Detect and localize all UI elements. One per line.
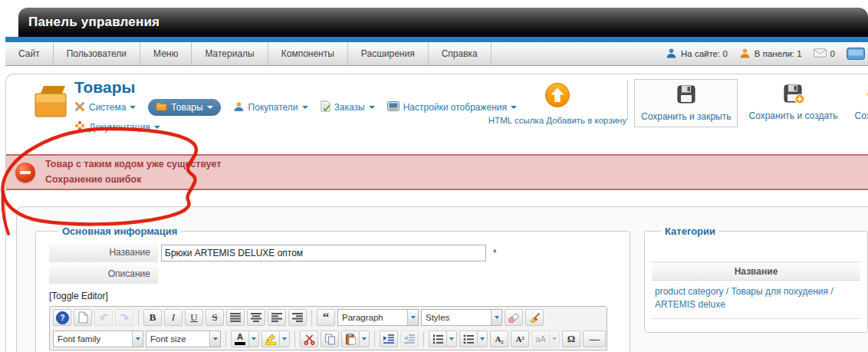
outdent-icon[interactable] xyxy=(400,331,419,347)
blockquote-button[interactable]: “ xyxy=(317,309,335,326)
chevron-down-icon[interactable] xyxy=(447,331,457,347)
save-buttons: Сохранить и закрыть Сохранить и создать xyxy=(634,79,868,127)
product-name-input[interactable] xyxy=(161,245,486,262)
status-messages[interactable]: 0 xyxy=(814,48,835,59)
align-left-icon[interactable] xyxy=(268,309,286,326)
toolbar-separator xyxy=(423,331,424,347)
chevron-down-icon[interactable] xyxy=(280,331,290,347)
menu-documentation[interactable]: Документация xyxy=(74,120,160,133)
save-button[interactable]: Сохранить xyxy=(849,79,868,126)
main-info-legend: Основная информация xyxy=(58,225,181,237)
statusbar: На сайте: 0 В панели: 1 0 xyxy=(666,42,868,65)
align-center-icon[interactable] xyxy=(247,309,265,326)
menu-content[interactable]: Материалы xyxy=(192,42,268,65)
chevron-down-icon[interactable] xyxy=(550,331,560,347)
toggle-editor-link[interactable]: [Toggle Editor] xyxy=(49,291,620,301)
menu-site[interactable]: Сайт xyxy=(5,42,54,65)
display-icon xyxy=(387,101,399,113)
case-change-button[interactable]: aA xyxy=(531,331,550,347)
editor-toolbar-row2: Font family Font size A xyxy=(50,328,607,350)
folder-icon xyxy=(156,101,167,113)
subscript-button[interactable]: A₂ xyxy=(490,331,508,347)
chevron-down-icon[interactable] xyxy=(478,331,488,347)
categories-column-header: Название xyxy=(652,262,860,281)
toolbar-separator xyxy=(374,331,375,347)
chevron-down-icon[interactable] xyxy=(249,331,259,347)
undo-icon[interactable] xyxy=(94,309,113,326)
wrench-icon xyxy=(74,101,85,114)
eraser-icon[interactable] xyxy=(505,309,523,326)
copy-icon[interactable] xyxy=(321,331,339,347)
view-header: Товары Система Товары Покупатели xyxy=(6,74,868,154)
help-icon[interactable]: ? xyxy=(53,309,71,326)
error-minus-icon xyxy=(15,163,35,183)
title-block: Товары Система Товары Покупатели xyxy=(74,78,517,133)
status-on-site: На сайте: 0 xyxy=(666,48,728,61)
user-icon xyxy=(233,101,245,114)
error-line-2: Сохранение ошибок xyxy=(45,173,222,187)
align-justify-icon[interactable] xyxy=(226,309,245,326)
align-right-icon[interactable] xyxy=(288,309,307,326)
special-char-button[interactable]: Ω xyxy=(562,331,580,347)
bold-button[interactable]: B xyxy=(143,309,162,326)
font-family-select[interactable]: Font family xyxy=(53,331,143,347)
superscript-button[interactable]: A² xyxy=(511,331,529,347)
indent-icon[interactable] xyxy=(380,331,398,347)
highlight-color-split-button xyxy=(261,331,290,347)
paste-clipboard-icon[interactable] xyxy=(341,331,360,347)
text-color-button[interactable]: A xyxy=(231,331,249,347)
svg-text:?: ? xyxy=(60,314,64,322)
menu-system[interactable]: Система xyxy=(74,101,136,114)
menu-users[interactable]: Пользователи xyxy=(54,42,140,65)
chevron-down-icon[interactable] xyxy=(360,331,370,347)
save-and-new-button[interactable]: Сохранить и создать xyxy=(742,79,843,126)
user-blue-icon xyxy=(666,48,677,61)
chevron-down-icon xyxy=(209,331,220,347)
categories-fieldset: Категории Название product category / То… xyxy=(644,225,868,333)
toolbar-divider xyxy=(627,81,628,120)
font-size-select[interactable]: Font size xyxy=(146,331,221,347)
categories-table: Название product category / Товары для п… xyxy=(652,262,860,319)
component-menu-row2: Документация xyxy=(74,120,517,133)
menu-orders[interactable]: Заказы xyxy=(321,100,375,114)
window-title: Панель управления xyxy=(18,8,868,30)
paragraph-format-select[interactable]: Paragraph xyxy=(337,309,419,326)
underline-button[interactable]: U xyxy=(185,309,203,326)
menu-extensions[interactable]: Расширения xyxy=(348,42,429,65)
strikethrough-button[interactable]: S xyxy=(205,309,224,326)
italic-button[interactable]: I xyxy=(164,309,182,326)
numbered-list-split-button xyxy=(429,331,457,347)
menu-products-active[interactable]: Товары xyxy=(148,99,220,116)
styles-select[interactable]: Styles xyxy=(421,309,502,326)
highlight-color-button[interactable] xyxy=(261,331,280,347)
rich-text-editor-toolbar: ? B I U S “ xyxy=(49,306,607,350)
numbered-list-icon[interactable] xyxy=(429,331,447,347)
category-path-link[interactable]: product category / Товары для похудения … xyxy=(652,281,860,318)
cleanup-broom-icon[interactable] xyxy=(525,309,544,326)
status-in-panel: В панели: 1 xyxy=(739,48,802,61)
view-site-icon[interactable] xyxy=(847,48,865,60)
order-document-icon xyxy=(321,100,330,114)
admin-page: Панель управления Сайт Пользователи Меню… xyxy=(0,0,868,352)
cut-scissors-icon[interactable] xyxy=(300,331,318,347)
field-row-name: Название * xyxy=(49,243,620,262)
horizontal-rule-button[interactable]: — xyxy=(583,331,606,347)
html-link-add-to-cart-button[interactable]: HTML ссылка Добавить в корзину xyxy=(486,82,629,125)
toolbar-separator xyxy=(225,331,226,347)
floppy-icon xyxy=(676,84,697,105)
new-document-icon[interactable] xyxy=(74,309,92,326)
menu-shoppers[interactable]: Покупатели xyxy=(233,101,308,114)
save-and-close-button[interactable]: Сохранить и закрыть xyxy=(634,79,738,127)
redo-icon[interactable] xyxy=(115,309,133,326)
editor-toolbar-row1: ? B I U S “ xyxy=(50,307,607,328)
error-alert: Товар с таким кодом уже существует Сохра… xyxy=(6,154,868,190)
menu-help[interactable]: Справка xyxy=(429,42,492,65)
chevron-down-icon xyxy=(130,106,136,109)
bullet-list-icon[interactable] xyxy=(459,331,478,347)
menu-components[interactable]: Компоненты xyxy=(268,42,348,65)
menu-menus[interactable]: Меню xyxy=(140,42,192,65)
required-marker: * xyxy=(493,248,497,258)
chevron-down-icon xyxy=(369,106,375,109)
main-container: Товары Система Товары Покупатели xyxy=(5,74,868,352)
user-orange-icon xyxy=(739,48,751,61)
